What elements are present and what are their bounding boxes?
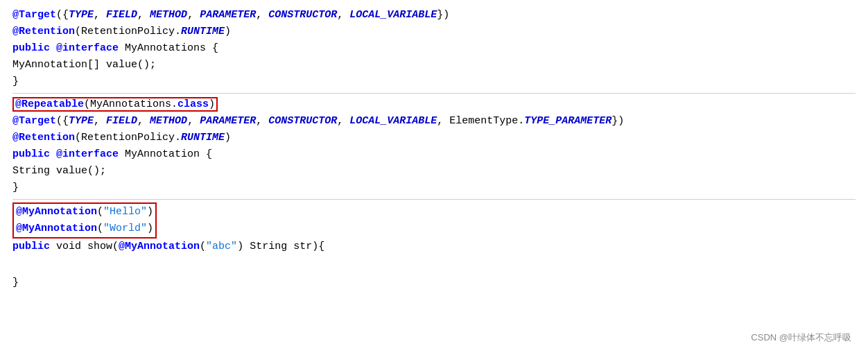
parameter-param: PARAMETER xyxy=(200,9,256,21)
local-variable-param: LOCAL_VARIABLE xyxy=(349,9,437,21)
code-line-11: } xyxy=(12,180,856,196)
divider-2 xyxy=(12,199,856,200)
code-line-15 xyxy=(12,258,856,275)
code-line-6: @Repeatable(MyAnnotations.class) xyxy=(12,96,856,113)
code-line-7: @Target({TYPE, FIELD, METHOD, PARAMETER,… xyxy=(12,113,856,130)
at-symbol: @ xyxy=(12,9,19,21)
target-annotation: Target xyxy=(19,9,56,21)
code-line-1: @Target({TYPE, FIELD, METHOD, PARAMETER,… xyxy=(12,7,856,24)
watermark: CSDN @叶绿体不忘呼吸 xyxy=(751,331,851,345)
code-line-4: MyAnnotation[] value(); xyxy=(12,57,856,73)
code-line-10: String value(); xyxy=(12,163,856,180)
divider-1 xyxy=(12,93,856,94)
code-line-14: public void show(@MyAnnotation("abc") St… xyxy=(12,239,856,255)
code-line-9: public @interface MyAnnotation { xyxy=(12,146,856,163)
code-line-3: public @interface MyAnnotations { xyxy=(12,40,856,57)
myannotation-box: @MyAnnotation("Hello") @MyAnnotation("Wo… xyxy=(12,202,157,239)
code-line-2: @Retention(RetentionPolicy.RUNTIME) xyxy=(12,24,856,40)
code-block: @Target({TYPE, FIELD, METHOD, PARAMETER,… xyxy=(0,0,868,298)
code-line-13: @MyAnnotation("World") xyxy=(16,220,153,237)
code-line-12: @MyAnnotation("Hello") xyxy=(16,204,153,220)
type-param: TYPE xyxy=(69,9,94,21)
constructor-param: CONSTRUCTOR xyxy=(268,9,337,21)
code-line-5: } xyxy=(12,73,856,90)
code-line-16: } xyxy=(12,275,856,291)
field-param: FIELD xyxy=(106,9,137,21)
repeatable-box: @Repeatable(MyAnnotations.class) xyxy=(12,97,218,112)
method-param: METHOD xyxy=(150,9,187,21)
code-line-8: @Retention(RetentionPolicy.RUNTIME) xyxy=(12,130,856,146)
